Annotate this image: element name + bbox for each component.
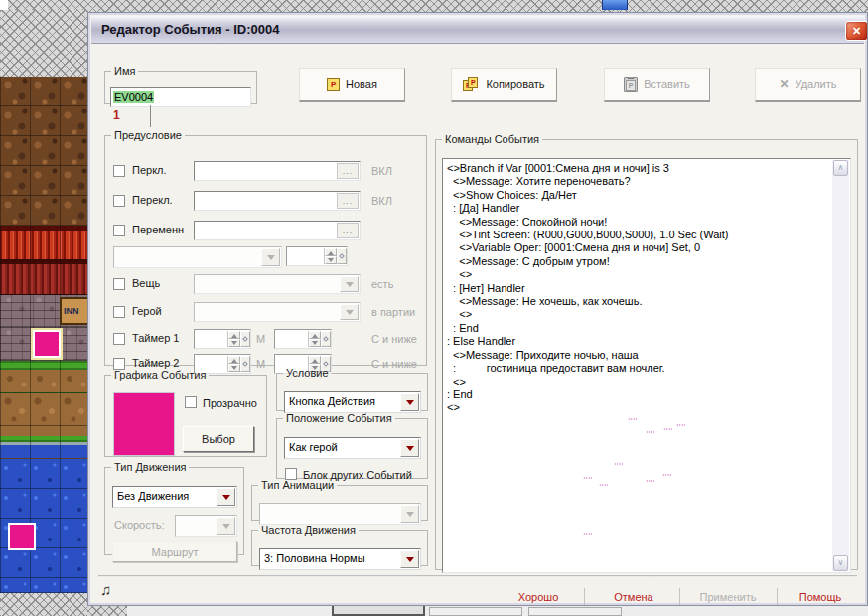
scroll-down-button[interactable]: ∨: [833, 555, 848, 571]
condition-group: Условие Кнопка Действия: [276, 367, 428, 411]
timer1-checkbox[interactable]: [113, 333, 125, 345]
render-artifact-dots: [646, 431, 654, 433]
map-event-selected[interactable]: [33, 330, 61, 358]
switch2-label: Перекл.: [132, 194, 173, 206]
variable-compare-select[interactable]: [113, 246, 282, 268]
map-tile-row: [0, 77, 87, 106]
chevron-down-icon: [261, 248, 280, 266]
variable-row: Переменн ...: [105, 221, 426, 242]
spin-up-icon[interactable]: [228, 331, 240, 339]
delete-page-icon: ✕: [779, 77, 789, 91]
close-icon: ✕: [852, 25, 861, 37]
item-select[interactable]: [194, 274, 361, 294]
graphics-group: Графика События Прозрачно Выбор: [104, 369, 267, 457]
spin-up-icon[interactable]: [228, 356, 240, 364]
switch2-row: Перекл. ... ВКЛ: [105, 191, 426, 213]
ok-button[interactable]: Хорошо: [493, 587, 584, 606]
delete-page-button[interactable]: ✕ Удалить: [755, 68, 861, 102]
apply-button[interactable]: Применить: [681, 587, 775, 606]
chevron-down-icon: ∨: [838, 558, 844, 567]
spinner-side-button[interactable]: [321, 331, 331, 347]
movement-title: Тип Движения: [111, 461, 189, 473]
commands-scrollbar[interactable]: ∧ ∨: [832, 160, 849, 571]
movement-type-select[interactable]: Без Движения: [112, 486, 237, 508]
map-tile-row: [0, 10, 87, 77]
spinner-side-button[interactable]: [337, 248, 347, 264]
switch1-field[interactable]: ...: [194, 161, 361, 181]
name-group-title: Имя: [111, 65, 138, 77]
map-tile-row: [0, 361, 87, 393]
spin-up-icon[interactable]: [309, 356, 321, 364]
hero-checkbox[interactable]: [113, 306, 125, 318]
timer1-min-spinner[interactable]: [194, 329, 251, 349]
switch2-checkbox[interactable]: [113, 195, 125, 207]
event-name-value: EV0004: [113, 91, 154, 103]
variable-field[interactable]: ...: [194, 221, 361, 240]
timer1-label: Таймер 1: [132, 332, 179, 344]
help-button[interactable]: Помощь: [779, 587, 862, 606]
item-row: Вещь есть: [105, 274, 426, 296]
scroll-up-button[interactable]: ∧: [833, 160, 848, 176]
new-page-icon: P: [327, 78, 340, 91]
title-bar[interactable]: Редактор События - ID:0004 ✕: [91, 16, 864, 44]
speed-select[interactable]: [175, 515, 237, 537]
animation-select[interactable]: [259, 503, 421, 525]
timer1-min-unit: М: [256, 333, 265, 345]
item-checkbox[interactable]: [113, 278, 125, 290]
timer1-sec-spinner[interactable]: [274, 329, 332, 349]
graphics-title: Графика События: [111, 369, 209, 381]
map-tile-row: [0, 489, 87, 519]
transparent-checkbox[interactable]: [185, 396, 197, 408]
hero-label: Герой: [132, 305, 162, 317]
paste-page-icon: P: [624, 77, 638, 92]
route-button[interactable]: Маршрут: [112, 541, 237, 562]
spin-up-icon[interactable]: [309, 331, 321, 339]
condition-title: Условие: [283, 367, 332, 379]
chevron-down-icon: [400, 393, 419, 411]
paste-page-button[interactable]: P Вставить: [604, 68, 710, 102]
variable-value-spinner[interactable]: [286, 246, 348, 266]
spin-up-icon[interactable]: [325, 248, 337, 256]
render-artifact-dots: [628, 418, 637, 420]
spinner-side-button[interactable]: [240, 331, 250, 347]
position-select[interactable]: Как герой: [284, 437, 421, 459]
switch1-state: ВКЛ: [371, 165, 392, 177]
render-artifact-dots: [583, 533, 592, 535]
copy-page-button[interactable]: P P Копировать: [451, 68, 557, 102]
choose-graphic-button[interactable]: Выбор: [183, 426, 254, 452]
position-group: Положение События Как герой Блок других …: [276, 412, 428, 479]
close-button[interactable]: ✕: [845, 21, 868, 41]
event-sprite-preview[interactable]: [113, 392, 175, 456]
render-artifact-dots: [614, 463, 623, 465]
hero-state: в партии: [371, 306, 415, 318]
inn-sign-text: INN: [64, 306, 79, 316]
variable-browse-button[interactable]: ...: [337, 223, 359, 238]
switch1-label: Перкл.: [132, 164, 167, 176]
map-event-2[interactable]: [8, 523, 36, 550]
switch1-checkbox[interactable]: [113, 165, 125, 177]
event-commands-list[interactable]: <>Branch if Var [0001:Смена дня и ночи] …: [442, 158, 851, 573]
switch1-browse-button[interactable]: ...: [337, 163, 359, 179]
render-artifact-dots: [662, 474, 671, 476]
cancel-button[interactable]: Отмена: [588, 587, 679, 606]
new-page-button[interactable]: P Новая: [299, 68, 405, 102]
frequency-select[interactable]: 3: Половина Нормы: [259, 548, 421, 570]
spin-down-icon[interactable]: [309, 339, 321, 347]
page-icon-letter: P: [331, 80, 336, 89]
condition-select[interactable]: Кнопка Действия: [284, 391, 421, 413]
variable-checkbox[interactable]: [113, 225, 125, 236]
map-editor-background[interactable]: INN: [0, 10, 87, 616]
switch2-field[interactable]: ...: [194, 191, 361, 211]
animation-title: Тип Анимации: [258, 479, 337, 491]
spin-down-icon[interactable]: [325, 256, 337, 264]
hero-select[interactable]: [194, 302, 361, 322]
switch2-browse-button[interactable]: ...: [337, 193, 359, 209]
delete-page-label: Удалить: [796, 78, 837, 90]
copy-page-label: Копировать: [486, 78, 544, 90]
behind-window-button-fragment: [429, 607, 522, 616]
chevron-down-icon: [400, 550, 419, 568]
tab-page-1[interactable]: 1: [104, 104, 149, 127]
map-tile-row: [0, 459, 87, 489]
spin-down-icon[interactable]: [228, 339, 240, 347]
behind-window-button-fragment: [528, 607, 622, 616]
